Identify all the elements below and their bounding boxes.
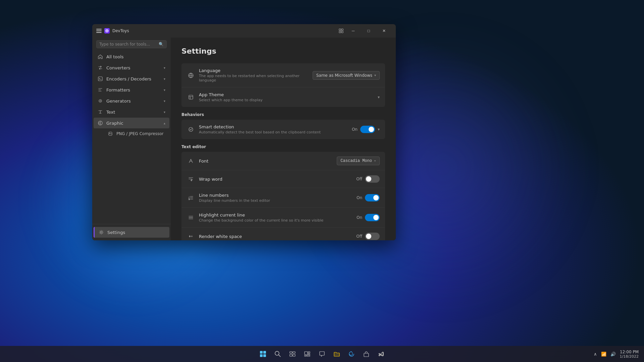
- sidebar-item-all-tools[interactable]: All tools: [94, 51, 169, 62]
- converters-chevron: ▾: [164, 66, 165, 70]
- snap-layout-icon[interactable]: [337, 26, 345, 35]
- highlight-line-row: Highlight current line Change the backgr…: [181, 208, 385, 228]
- font-text: Font: [199, 159, 337, 164]
- tray-network[interactable]: 📶: [600, 351, 608, 357]
- svg-rect-23: [293, 352, 295, 353]
- highlight-line-desc: Change the background color of the curre…: [199, 218, 357, 223]
- taskbar-store-button[interactable]: [360, 347, 373, 361]
- language-value: Same as Microsoft Windows: [316, 73, 372, 78]
- app-logo: [104, 28, 110, 34]
- sidebar-item-formatters[interactable]: Formatters ▾: [94, 84, 169, 95]
- smart-detection-row: Smart detection Automatically detect the…: [181, 120, 385, 139]
- font-dropdown[interactable]: Cascadia Mono ▾: [337, 157, 380, 165]
- minimize-button[interactable]: ─: [345, 25, 361, 36]
- language-desc: The app needs to be restarted when selec…: [199, 74, 313, 82]
- wrap-word-toggle-group: Off: [356, 175, 380, 183]
- smart-detection-control: On ▾: [352, 126, 380, 133]
- svg-rect-25: [293, 354, 295, 356]
- nav-list: All tools Converters ▾: [92, 51, 171, 224]
- search-input[interactable]: [99, 42, 157, 47]
- smart-detection-icon: [187, 125, 195, 133]
- smart-detection-toggle[interactable]: [360, 126, 375, 133]
- font-row: Font Cascadia Mono ▾: [181, 152, 385, 170]
- svg-point-11: [109, 133, 110, 133]
- taskbar-edge-button[interactable]: [345, 347, 358, 361]
- taskbar-center: [256, 347, 388, 361]
- sidebar-bottom: Settings: [92, 224, 171, 240]
- svg-rect-24: [290, 354, 292, 356]
- generators-label: Generators: [106, 99, 160, 104]
- taskbar: ∧ 📶 🔊 12:00 PM 1/18/2022: [0, 346, 644, 362]
- wrap-word-label: Wrap word: [199, 177, 356, 182]
- render-whitespace-toggle[interactable]: [365, 233, 380, 240]
- generators-icon: [98, 98, 103, 104]
- line-numbers-row: Line numbers Display line numbers in the…: [181, 188, 385, 208]
- font-dropdown-chevron: ▾: [374, 159, 376, 163]
- highlight-line-toggle-group: On: [357, 214, 380, 221]
- language-text: Language The app needs to be restarted w…: [199, 68, 313, 82]
- behaviors-card: Smart detection Automatically detect the…: [181, 120, 385, 139]
- app-theme-expand-chevron[interactable]: ▾: [378, 95, 380, 100]
- sidebar-item-settings[interactable]: Settings: [94, 227, 169, 238]
- sidebar-item-converters[interactable]: Converters ▾: [94, 62, 169, 73]
- highlight-line-control: On: [357, 214, 380, 221]
- search-icon[interactable]: 🔍: [159, 42, 164, 47]
- text-icon: [98, 109, 103, 115]
- search-box[interactable]: 🔍: [96, 40, 167, 48]
- clock[interactable]: 12:00 PM 1/18/2022: [620, 350, 639, 359]
- wrap-word-control: Off: [356, 175, 380, 183]
- render-whitespace-label: Render white space: [199, 234, 356, 239]
- line-numbers-state: On: [357, 195, 362, 200]
- taskbar-task-view-button[interactable]: [286, 347, 299, 361]
- close-button[interactable]: ✕: [376, 25, 392, 36]
- highlight-line-toggle[interactable]: [365, 214, 380, 221]
- taskbar-chat-button[interactable]: [315, 347, 329, 361]
- wrap-word-toggle[interactable]: [365, 175, 380, 183]
- svg-point-12: [101, 232, 102, 233]
- taskbar-start-button[interactable]: [256, 347, 270, 361]
- taskbar-widgets-button[interactable]: [301, 347, 314, 361]
- appearance-card: Language The app needs to be restarted w…: [181, 63, 385, 107]
- taskbar-right: ∧ 📶 🔊 12:00 PM 1/18/2022: [592, 350, 639, 359]
- png-jpeg-label: PNG / JPEG Compressor: [116, 131, 164, 136]
- graphic-icon: [98, 120, 103, 126]
- tray-volume[interactable]: 🔊: [609, 351, 617, 357]
- svg-point-15: [189, 127, 193, 131]
- smart-detection-state: On: [352, 127, 358, 132]
- line-numbers-toggle[interactable]: [365, 194, 380, 201]
- language-dropdown-chevron: ▾: [374, 73, 376, 77]
- taskbar-vscode-button[interactable]: [374, 347, 388, 361]
- font-icon: [187, 157, 195, 165]
- app-theme-desc: Select which app theme to display: [199, 98, 378, 102]
- hamburger-menu-icon[interactable]: [96, 29, 102, 33]
- svg-rect-19: [260, 354, 263, 357]
- sidebar-item-png-jpeg[interactable]: PNG / JPEG Compressor: [94, 129, 169, 139]
- language-icon: [187, 71, 195, 79]
- svg-point-8: [100, 101, 101, 102]
- tray-chevron[interactable]: ∧: [592, 351, 598, 357]
- app-window: DevToys ─ □ ✕ 🔍: [92, 24, 396, 240]
- svg-rect-18: [263, 351, 266, 354]
- text-editor-heading: Text editor: [181, 144, 385, 149]
- sidebar-item-encoders-decoders[interactable]: Encoders / Decoders ▾: [94, 73, 169, 84]
- encoders-chevron: ▾: [164, 77, 165, 81]
- language-dropdown[interactable]: Same as Microsoft Windows ▾: [313, 71, 380, 80]
- sidebar-item-text[interactable]: Text ▾: [94, 107, 169, 117]
- svg-rect-16: [189, 217, 193, 218]
- sidebar-item-generators[interactable]: Generators ▾: [94, 96, 169, 106]
- text-chevron: ▾: [164, 110, 165, 114]
- taskbar-search-button[interactable]: [271, 347, 284, 361]
- svg-rect-22: [290, 352, 292, 353]
- highlight-line-text: Highlight current line Change the backgr…: [199, 213, 357, 223]
- svg-point-1: [106, 30, 108, 32]
- smart-detection-expand[interactable]: ▾: [378, 127, 380, 132]
- taskbar-explorer-button[interactable]: [330, 347, 343, 361]
- app-theme-icon: [187, 93, 195, 101]
- maximize-button[interactable]: □: [361, 25, 376, 36]
- highlight-line-state: On: [357, 215, 362, 220]
- render-whitespace-state: Off: [356, 234, 362, 239]
- formatters-icon: [98, 87, 103, 93]
- graphic-label: Graphic: [106, 121, 160, 126]
- svg-rect-6: [98, 77, 102, 81]
- sidebar-item-graphic[interactable]: Graphic ▴: [94, 118, 169, 128]
